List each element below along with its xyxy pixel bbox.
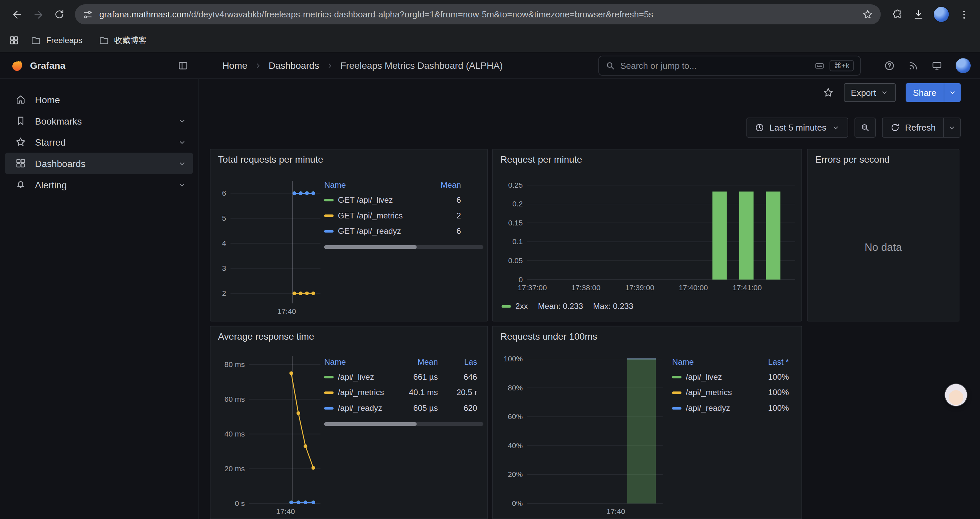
series-color-icon[interactable] <box>324 391 334 393</box>
grafana-logo[interactable] <box>10 58 24 72</box>
series-name[interactable]: GET /api/_livez <box>338 195 393 204</box>
refresh-button[interactable]: Refresh <box>882 118 943 137</box>
legend-scrollbar[interactable] <box>324 245 484 249</box>
bookmark-star-icon[interactable] <box>862 9 873 20</box>
chevron-down-icon[interactable] <box>177 137 187 147</box>
series-name[interactable]: 2xx <box>515 302 528 311</box>
search-input[interactable] <box>620 61 809 71</box>
series-color-icon[interactable] <box>324 214 334 216</box>
sidebar-item-dashboards[interactable]: Dashboards <box>5 153 193 174</box>
time-range-picker[interactable]: Last 5 minutes <box>746 118 848 137</box>
panel-errors-per-second[interactable]: Errors per second No data <box>807 149 959 322</box>
legend-row[interactable]: /api/_readyz100% <box>672 400 792 416</box>
dock-sidebar-icon[interactable] <box>177 60 189 71</box>
legend-row[interactable]: GET /api/_livez6 <box>324 192 484 208</box>
breadcrumb-dashboards[interactable]: Dashboards <box>269 60 319 71</box>
legend-column-header[interactable]: Mean <box>394 357 438 366</box>
series-name[interactable]: /api/_readyz <box>686 404 730 413</box>
series-color-icon[interactable] <box>324 375 334 378</box>
share-button[interactable]: Share <box>905 83 944 102</box>
series-color-icon[interactable] <box>324 199 334 201</box>
url-bar[interactable]: grafana.mathmast.com/d/deytv4rwavabkb/fr… <box>75 4 881 24</box>
legend-row[interactable]: 2xx Mean: 0.233 Max: 0.233 <box>502 302 633 311</box>
panel-title[interactable]: Total requests per minute <box>210 150 487 169</box>
browser-profile-avatar[interactable] <box>933 6 950 23</box>
series-name[interactable]: /api/_livez <box>686 372 722 382</box>
bookmark-folder-blogs[interactable]: 收藏博客 <box>94 32 152 48</box>
breadcrumb-home[interactable]: Home <box>223 60 248 71</box>
apps-grid-icon[interactable] <box>9 35 19 46</box>
series-name[interactable]: /api/_metrics <box>338 388 384 397</box>
panel-title[interactable]: Average response time <box>210 326 487 346</box>
legend-row[interactable]: /api/_readyz605 µs620 <box>324 400 484 416</box>
forward-button[interactable] <box>27 4 49 25</box>
sidebar-item-bookmarks[interactable]: Bookmarks <box>5 110 193 132</box>
extensions-icon[interactable] <box>892 8 904 21</box>
series-color-icon[interactable] <box>672 407 681 409</box>
panel-total-requests-per-minute[interactable]: Total requests per minute 6543217:40 Nam… <box>210 149 488 322</box>
series-name[interactable]: GET /api/_readyz <box>338 227 401 236</box>
svg-text:17:40:00: 17:40:00 <box>679 284 708 292</box>
bookmark-icon <box>15 115 26 126</box>
bookmark-folder-freeleaps[interactable]: Freeleaps <box>26 32 88 48</box>
sidebar-item-home[interactable]: Home <box>5 89 193 110</box>
legend-scrollbar-thumb[interactable] <box>324 245 417 249</box>
refresh-interval-dropdown[interactable] <box>943 118 961 137</box>
site-info-icon[interactable] <box>83 9 93 20</box>
panel-average-response-time[interactable]: Average response time 80 ms60 ms40 ms20 … <box>210 326 488 519</box>
legend-row[interactable]: GET /api/_readyz6 <box>324 224 484 239</box>
panel-title[interactable]: Errors per second <box>808 150 959 169</box>
legend-row[interactable]: /api/_livez100% <box>672 369 792 385</box>
browser-menu-icon[interactable] <box>958 8 970 21</box>
back-button[interactable] <box>6 4 28 25</box>
legend-column-header[interactable]: Las <box>438 357 484 366</box>
url-text[interactable]: grafana.mathmast.com/d/deytv4rwavabkb/fr… <box>99 10 856 19</box>
kiosk-monitor-icon[interactable] <box>931 60 943 72</box>
panel-title[interactable]: Requests under 100ms <box>493 326 801 346</box>
series-name[interactable]: /api/_readyz <box>338 404 382 413</box>
user-avatar[interactable] <box>955 57 971 74</box>
downloads-icon[interactable] <box>913 8 924 21</box>
help-icon[interactable] <box>884 60 895 72</box>
chevron-down-icon[interactable] <box>177 159 187 168</box>
legend-row[interactable]: /api/_metrics100% <box>672 385 792 401</box>
legend-column-header[interactable]: Last * <box>755 357 792 366</box>
export-button[interactable]: Export <box>844 83 895 102</box>
news-rss-icon[interactable] <box>908 60 919 72</box>
chart-request-per-minute[interactable]: 0.250.20.150.10.05017:37:0017:38:0017:39… <box>498 172 799 300</box>
zoom-out-button[interactable] <box>854 118 876 137</box>
chart-requests-under-100ms[interactable]: 100%80%60%40%20%0%17:40 <box>498 351 679 517</box>
series-color-icon[interactable] <box>324 407 334 409</box>
panel-title[interactable]: Request per minute <box>493 150 801 169</box>
legend-value: 620 <box>438 404 484 413</box>
share-dropdown-button[interactable] <box>943 83 961 102</box>
legend-row[interactable]: /api/_livez661 µs646 <box>324 369 484 385</box>
reload-button[interactable] <box>49 4 70 25</box>
legend-column-header[interactable]: Name <box>324 180 434 189</box>
legend-row[interactable]: /api/_metrics40.1 ms20.5 r <box>324 385 484 401</box>
assistant-avatar-button[interactable] <box>944 383 967 406</box>
series-color-icon[interactable] <box>324 230 334 232</box>
legend-column-header[interactable]: Name <box>324 357 394 366</box>
series-name[interactable]: /api/_livez <box>338 372 374 382</box>
legend-row[interactable]: GET /api/_metrics2 <box>324 208 484 224</box>
panel-request-per-minute[interactable]: Request per minute 0.250.20.150.10.05017… <box>492 149 802 322</box>
legend-column-header[interactable]: Name <box>672 357 755 366</box>
series-name[interactable]: GET /api/_metrics <box>338 211 402 220</box>
sidebar-item-starred[interactable]: Starred <box>5 131 193 153</box>
series-color-icon[interactable] <box>672 391 681 393</box>
chevron-down-icon[interactable] <box>177 180 187 189</box>
sidebar-item-alerting[interactable]: Alerting <box>5 174 193 195</box>
series-color-icon[interactable] <box>672 375 681 378</box>
search-bar[interactable]: ⌘+k <box>598 56 861 76</box>
legend-scrollbar[interactable] <box>324 422 484 426</box>
legend-column-header[interactable]: Mean <box>434 180 484 189</box>
legend-scrollbar-thumb[interactable] <box>324 422 417 426</box>
legend-table: NameLast */api/_livez100%/api/_metrics10… <box>672 354 792 416</box>
favorite-star-icon[interactable] <box>823 87 834 98</box>
dashboard-actions: Export Share <box>823 83 961 102</box>
legend-value: 2 <box>434 211 484 220</box>
series-name[interactable]: /api/_metrics <box>686 388 732 397</box>
panel-requests-under-100ms[interactable]: Requests under 100ms 100%80%60%40%20%0%1… <box>492 326 802 519</box>
chevron-down-icon[interactable] <box>177 116 187 125</box>
